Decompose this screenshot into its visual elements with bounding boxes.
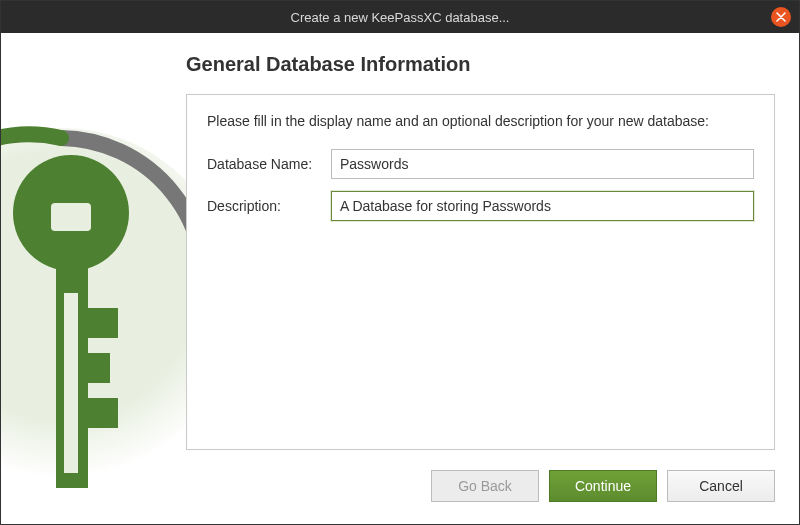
close-button[interactable] [771, 7, 791, 27]
svg-rect-5 [88, 353, 110, 383]
svg-point-0 [1, 128, 211, 478]
key-illustration [1, 103, 211, 523]
continue-button[interactable]: Continue [549, 470, 657, 502]
form-card: Please fill in the display name and an o… [186, 94, 775, 450]
svg-rect-2 [51, 203, 91, 231]
database-name-label: Database Name: [207, 156, 331, 172]
window-title: Create a new KeePassXC database... [291, 10, 510, 25]
description-label: Description: [207, 198, 331, 214]
dialog-window: Create a new KeePassXC database... [0, 0, 800, 525]
svg-rect-7 [64, 293, 78, 473]
svg-rect-6 [88, 398, 118, 428]
instruction-text: Please fill in the display name and an o… [207, 113, 754, 129]
database-name-input[interactable] [331, 149, 754, 179]
cancel-button[interactable]: Cancel [667, 470, 775, 502]
page-title: General Database Information [186, 53, 775, 76]
description-row: Description: [207, 191, 754, 221]
close-icon [776, 12, 786, 22]
database-name-row: Database Name: [207, 149, 754, 179]
svg-point-1 [13, 155, 129, 271]
description-input[interactable] [331, 191, 754, 221]
svg-rect-3 [56, 253, 88, 488]
button-row: Go Back Continue Cancel [431, 470, 775, 502]
go-back-button: Go Back [431, 470, 539, 502]
content-area: General Database Information Please fill… [1, 33, 799, 524]
svg-rect-4 [88, 308, 118, 338]
main-panel: General Database Information Please fill… [186, 53, 775, 454]
titlebar: Create a new KeePassXC database... [1, 1, 799, 33]
